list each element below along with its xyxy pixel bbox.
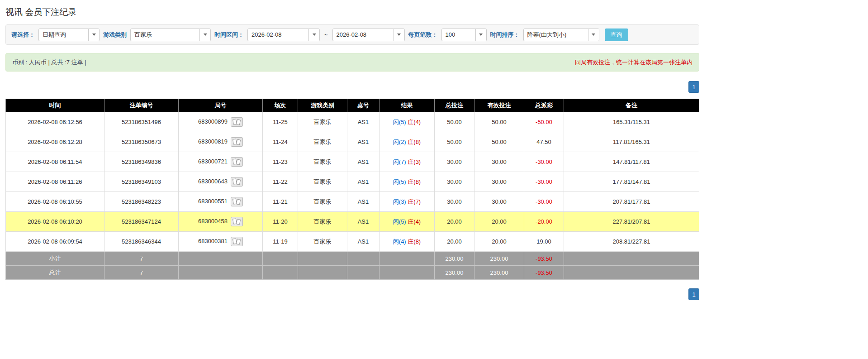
cards-preview-icon[interactable] [231, 237, 243, 246]
valid-bet-cell: 50.00 [474, 112, 524, 132]
time-cell: 2026-02-08 06:11:54 [6, 152, 104, 172]
chevron-down-icon[interactable] [588, 29, 599, 41]
payout-cell: 19.00 [524, 232, 564, 252]
remark-cell: 117.81/165.31 [564, 132, 699, 152]
cards-preview-icon[interactable] [231, 217, 243, 226]
query-type-label: 请选择： [11, 31, 35, 39]
valid-bet-cell: 30.00 [474, 172, 524, 192]
banker-result: 庄(7) [408, 198, 421, 205]
cards-preview-icon[interactable] [231, 157, 243, 167]
result-cell: 闲(4) 庄(8) [379, 232, 435, 252]
table-header-row: 时间 注单编号 局号 场次 游戏类别 桌号 结果 总投注 有效投注 总派彩 备注 [6, 99, 699, 112]
date-from-select[interactable]: 2026-02-08 [247, 29, 320, 41]
player-result: 闲(2) [393, 139, 406, 145]
total-total-bet: 230.00 [435, 266, 474, 280]
range-separator: ~ [323, 31, 329, 38]
search-button[interactable]: 查询 [605, 29, 628, 41]
time-sort-select[interactable]: 降幂(由大到小) [523, 29, 599, 41]
banker-result: 庄(8) [408, 178, 421, 185]
total-bet-link[interactable]: 30.00 [435, 172, 474, 192]
chevron-down-icon[interactable] [88, 29, 99, 41]
filter-bar: 请选择： 日期查询 游戏类别 百家乐 时间区间： 2026-02-08 ~ 20… [5, 24, 699, 45]
cards-preview-icon[interactable] [231, 137, 243, 147]
total-valid-bet: 230.00 [474, 266, 524, 280]
table-no-cell: AS1 [347, 192, 379, 212]
remark-cell: 227.81/207.81 [564, 212, 699, 232]
cards-preview-icon[interactable] [231, 177, 243, 187]
header-total-bet: 总投注 [435, 99, 474, 112]
subtotal-label: 小计 [6, 252, 104, 266]
subtotal-total-bet: 230.00 [435, 252, 474, 266]
banker-result: 庄(4) [408, 218, 421, 225]
empty-cell [179, 266, 263, 280]
chevron-down-icon[interactable] [199, 29, 210, 41]
banker-result: 庄(4) [408, 119, 421, 125]
table-row: 2026-02-08 06:10:55 523186348223 6830005… [6, 192, 699, 212]
query-type-select[interactable]: 日期查询 [38, 29, 100, 41]
total-bet-link[interactable]: 20.00 [435, 232, 474, 252]
payout-cell: -50.00 [524, 112, 564, 132]
pagination-bottom: 1 [5, 288, 699, 300]
table-no-cell: AS1 [347, 212, 379, 232]
page-size-value: 100 [442, 31, 475, 38]
cards-preview-icon[interactable] [231, 117, 243, 127]
table-row: 2026-02-08 06:12:28 523186350673 6830008… [6, 132, 699, 152]
remark-cell: 177.81/147.81 [564, 172, 699, 192]
time-cell: 2026-02-08 06:10:20 [6, 212, 104, 232]
result-cell: 闲(5) 庄(4) [379, 212, 435, 232]
page-size-select[interactable]: 100 [441, 29, 487, 41]
empty-cell [379, 266, 435, 280]
subtotal-payout: -93.50 [524, 252, 564, 266]
game-type-cell: 百家乐 [298, 212, 347, 232]
total-bet-link[interactable]: 30.00 [435, 152, 474, 172]
cards-preview-icon[interactable] [231, 197, 243, 206]
total-bet-link[interactable]: 50.00 [435, 112, 474, 132]
session-cell: 11-19 [263, 232, 298, 252]
pagination-page-1[interactable]: 1 [688, 81, 699, 93]
total-bet-link[interactable]: 50.00 [435, 132, 474, 152]
player-result: 闲(5) [393, 218, 406, 225]
subtotal-row: 小计 7 230.00 230.00 -93.50 [6, 252, 699, 266]
chevron-down-icon[interactable] [394, 29, 404, 41]
remark-cell: 165.31/115.31 [564, 112, 699, 132]
game-type-cell: 百家乐 [298, 172, 347, 192]
valid-bet-cell: 50.00 [474, 132, 524, 152]
round-id: 683000899 [198, 118, 228, 125]
page-size-label: 每页笔数： [408, 31, 438, 39]
total-bet-link[interactable]: 20.00 [435, 212, 474, 232]
valid-bet-cell: 30.00 [474, 192, 524, 212]
total-bet-link[interactable]: 30.00 [435, 192, 474, 212]
bet-id-cell: 523186351496 [104, 112, 179, 132]
valid-bet-cell: 20.00 [474, 232, 524, 252]
empty-cell [298, 266, 347, 280]
header-valid-bet: 有效投注 [474, 99, 524, 112]
game-type-select[interactable]: 百家乐 [130, 29, 211, 41]
time-cell: 2026-02-08 06:10:55 [6, 192, 104, 212]
total-payout: -93.50 [524, 266, 564, 280]
payout-cell: -30.00 [524, 152, 564, 172]
session-cell: 11-24 [263, 132, 298, 152]
header-round-id: 局号 [179, 99, 263, 112]
empty-cell [263, 252, 298, 266]
payout-cell: -30.00 [524, 172, 564, 192]
bet-id-cell: 523186346344 [104, 232, 179, 252]
session-cell: 11-22 [263, 172, 298, 192]
chevron-down-icon[interactable] [475, 29, 486, 41]
result-cell: 闲(7) 庄(3) [379, 152, 435, 172]
time-range-label: 时间区间： [214, 31, 244, 39]
banker-result: 庄(3) [408, 158, 421, 165]
chevron-down-icon[interactable] [308, 29, 319, 41]
date-to-select[interactable]: 2026-02-08 [332, 29, 405, 41]
query-type-value: 日期查询 [39, 31, 88, 39]
header-bet-id: 注单编号 [104, 99, 179, 112]
banker-result: 庄(8) [408, 238, 421, 245]
round-id-cell: 683000381 [179, 232, 263, 252]
player-result: 闲(4) [393, 238, 406, 245]
summary-bar: 币别 : 人民币 | 总共 :7 注单 | 同局有效投注，统一计算在该局第一张注… [5, 53, 699, 72]
empty-cell [564, 266, 699, 280]
remark-cell: 207.81/177.81 [564, 192, 699, 212]
grand-total-row: 总计 7 230.00 230.00 -93.50 [6, 266, 699, 280]
round-id-cell: 683000458 [179, 212, 263, 232]
pagination-page-1[interactable]: 1 [688, 288, 699, 300]
table-row: 2026-02-08 06:12:56 523186351496 6830008… [6, 112, 699, 132]
